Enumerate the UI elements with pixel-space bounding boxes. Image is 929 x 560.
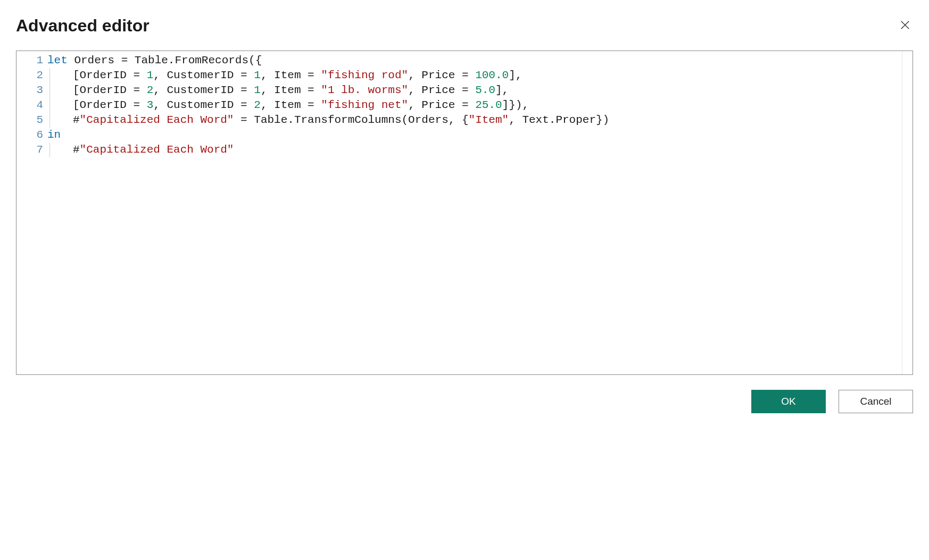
code-token: 1 xyxy=(147,69,154,81)
code-token: "1 lb. worms" xyxy=(321,84,408,96)
code-token: , Price = xyxy=(408,99,475,111)
code-token: 3 xyxy=(147,99,154,111)
ok-button[interactable]: OK xyxy=(751,390,826,413)
code-line: in xyxy=(47,128,913,143)
dialog-title: Advanced editor xyxy=(16,16,150,36)
code-token: in xyxy=(47,129,61,141)
code-line: let Orders = Table.FromRecords({ xyxy=(47,53,913,68)
indent-guide xyxy=(49,113,73,128)
code-token: 25.0 xyxy=(475,99,502,111)
code-token: , CustomerID = xyxy=(153,69,254,81)
code-token: [OrderID = xyxy=(73,99,147,111)
code-line: [OrderID = 2, CustomerID = 1, Item = "1 … xyxy=(47,83,913,98)
code-token: , Price = xyxy=(408,84,475,96)
cancel-button[interactable]: Cancel xyxy=(839,390,913,413)
line-number-gutter: 1234567 xyxy=(16,53,47,374)
code-token: Orders = Table.FromRecords({ xyxy=(68,54,262,66)
code-token: 1 xyxy=(254,84,261,96)
line-number: 4 xyxy=(16,98,43,113)
code-token: # xyxy=(73,114,80,126)
code-token: , CustomerID = xyxy=(153,99,254,111)
code-token: , Item = xyxy=(261,84,321,96)
code-token: 2 xyxy=(254,99,261,111)
line-number: 3 xyxy=(16,83,43,98)
code-token: , Price = xyxy=(408,69,475,81)
code-token: "Capitalized Each Word" xyxy=(80,114,234,126)
code-token: [OrderID = xyxy=(73,69,147,81)
indent-guide xyxy=(49,98,73,113)
vertical-scrollbar[interactable] xyxy=(902,51,913,374)
code-line: [OrderID = 1, CustomerID = 1, Item = "fi… xyxy=(47,68,913,83)
code-token: 5.0 xyxy=(475,84,495,96)
indent-guide xyxy=(49,143,73,157)
code-token: [OrderID = xyxy=(73,84,147,96)
close-button[interactable] xyxy=(897,17,913,35)
code-token: 100.0 xyxy=(475,69,509,81)
close-icon xyxy=(899,23,911,32)
code-token: ], xyxy=(495,84,509,96)
code-token: "fishing rod" xyxy=(321,69,408,81)
code-token: = Table.TransformColumns(Orders, { xyxy=(234,114,468,126)
code-token: 2 xyxy=(147,84,154,96)
code-token: "Item" xyxy=(469,114,509,126)
code-token: ]}), xyxy=(502,99,529,111)
code-token: 1 xyxy=(254,69,261,81)
code-text-area[interactable]: let Orders = Table.FromRecords({[OrderID… xyxy=(47,53,913,374)
dialog-header: Advanced editor xyxy=(16,16,913,36)
indent-guide xyxy=(49,83,73,98)
code-token: # xyxy=(73,144,80,156)
indent-guide xyxy=(49,68,73,83)
code-line: #"Capitalized Each Word" xyxy=(47,143,913,157)
code-token: , Item = xyxy=(261,99,321,111)
line-number: 1 xyxy=(16,53,43,68)
code-line: [OrderID = 3, CustomerID = 2, Item = "fi… xyxy=(47,98,913,113)
dialog-footer: OK Cancel xyxy=(16,390,913,413)
line-number: 2 xyxy=(16,68,43,83)
code-line: #"Capitalized Each Word" = Table.Transfo… xyxy=(47,113,913,128)
code-token: , CustomerID = xyxy=(153,84,254,96)
code-token: "fishing net" xyxy=(321,99,408,111)
code-token: let xyxy=(47,54,68,66)
line-number: 5 xyxy=(16,113,43,128)
code-token: , Text.Proper}) xyxy=(509,114,609,126)
line-number: 7 xyxy=(16,143,43,157)
code-token: , Item = xyxy=(261,69,321,81)
code-token: ], xyxy=(509,69,522,81)
line-number: 6 xyxy=(16,128,43,143)
code-token: "Capitalized Each Word" xyxy=(80,144,234,156)
code-editor[interactable]: 1234567 let Orders = Table.FromRecords({… xyxy=(16,51,913,375)
